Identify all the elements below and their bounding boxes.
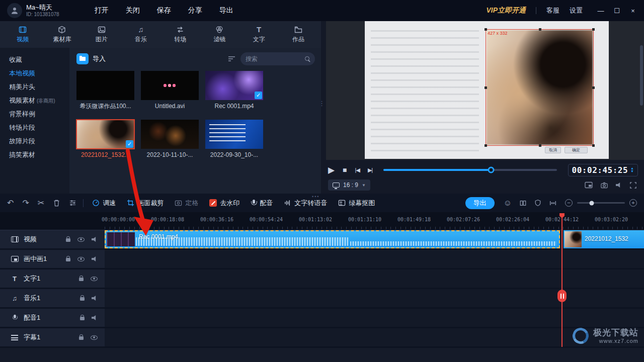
track-header-pip[interactable]: 画中画1 <box>0 250 105 268</box>
tab-works[interactable]: 作品 <box>279 21 318 48</box>
tab-video[interactable]: 视频 <box>3 21 42 48</box>
tool-speed[interactable]: 调速 <box>92 199 116 208</box>
aspect-ratio-dropdown[interactable]: 16 : 9 ▼ <box>328 179 370 191</box>
selection-handle[interactable] <box>592 144 595 147</box>
snapshot-camera-icon[interactable] <box>600 182 608 189</box>
menu-open[interactable]: 打开 <box>95 6 109 15</box>
preview-canvas[interactable]: 427 x 332 取消 确定 <box>365 21 609 159</box>
selection-handle[interactable] <box>539 144 541 147</box>
sidebar-item-local-videos[interactable]: 本地视频 <box>0 66 69 80</box>
tool-dubbing[interactable]: 配音 <box>251 199 273 208</box>
timeline-ruler[interactable]: 00:00:00:00 00:00:18:08 00:00:36:16 00:0… <box>0 212 644 230</box>
sidebar-item-funny[interactable]: 搞笑素材 <box>0 148 69 161</box>
lock-icon[interactable] <box>79 278 84 281</box>
close-button[interactable]: × <box>629 7 637 15</box>
selection-handle[interactable] <box>592 28 595 31</box>
visibility-eye-icon[interactable] <box>91 335 98 340</box>
sidebar-item-glitch[interactable]: 故障片段 <box>0 134 69 148</box>
zoom-slider[interactable] <box>577 202 625 204</box>
timecode-box[interactable]: 00:02:45:25 ▲ ▼ <box>568 164 638 176</box>
tab-image[interactable]: 图片 <box>82 21 121 48</box>
search-icon[interactable] <box>305 56 310 61</box>
media-item-xiwo[interactable]: 希沃微课作品100... <box>76 71 134 110</box>
sidebar-item-backgrounds[interactable]: 背景样例 <box>0 107 69 121</box>
track-header-text[interactable]: T 文字1 <box>0 269 105 288</box>
lock-icon[interactable] <box>80 317 85 320</box>
tool-remove-watermark[interactable]: 去水印 <box>209 199 239 208</box>
vip-upgrade-button[interactable]: VIP立即开通 <box>486 6 526 15</box>
zoom-slider-knob[interactable] <box>589 201 594 205</box>
play-button[interactable]: ▶ <box>328 166 335 174</box>
menu-share[interactable]: 分享 <box>188 6 202 15</box>
zoom-out-button[interactable]: − <box>565 199 573 207</box>
selection-handle[interactable] <box>592 86 595 89</box>
mute-speaker-icon[interactable] <box>616 183 622 188</box>
selection-handle[interactable] <box>485 144 487 147</box>
search-input[interactable] <box>246 55 302 62</box>
import-button[interactable]: 导入 <box>76 53 106 64</box>
export-button[interactable]: 导出 <box>465 197 495 209</box>
media-item-20220930[interactable]: 2022-09-30_10-... <box>205 120 263 158</box>
sort-icon[interactable] <box>228 56 235 62</box>
zoom-in-button[interactable]: + <box>629 199 637 207</box>
panel-splitter-vertical-handle[interactable]: ⋮ <box>318 100 325 107</box>
media-item-20221011[interactable]: 2022-10-11-10-... <box>141 120 199 158</box>
tab-transition[interactable]: 转场 <box>160 21 200 48</box>
speaker-icon[interactable] <box>92 296 98 301</box>
selection-handle[interactable] <box>485 28 487 31</box>
menu-export[interactable]: 导出 <box>219 6 233 15</box>
split-scissors-icon[interactable]: ✂ <box>38 199 44 207</box>
selection-handle[interactable] <box>539 28 541 31</box>
delete-trash-icon[interactable] <box>53 199 60 207</box>
timeline-clip-rec0001[interactable]: Rec 0001.mp4 <box>105 230 560 248</box>
crop-selection[interactable]: 427 x 332 <box>486 29 594 146</box>
seek-slider-knob[interactable] <box>488 167 494 173</box>
undo-icon[interactable]: ↶ <box>7 199 14 207</box>
search-box[interactable] <box>240 52 315 65</box>
playhead-handle[interactable] <box>557 290 567 302</box>
tool-green-screen[interactable]: 绿幕抠图 <box>338 199 375 208</box>
fullscreen-icon[interactable] <box>629 182 637 189</box>
panel-splitter-handle[interactable]: ••• <box>312 194 319 199</box>
speaker-icon[interactable] <box>92 237 98 242</box>
visibility-eye-icon[interactable] <box>91 277 98 281</box>
playhead[interactable] <box>558 213 566 348</box>
timecode-spinner[interactable]: ▲ ▼ <box>630 167 634 173</box>
tool-text-to-speech[interactable]: 文字转语音 <box>284 199 327 208</box>
track-header-video[interactable]: 视频 <box>0 230 105 248</box>
speaker-icon[interactable] <box>92 256 98 262</box>
user-avatar[interactable] <box>7 3 22 18</box>
sidebar-item-video-assets[interactable]: 视频素材(非商用) <box>0 94 69 107</box>
previous-frame-button[interactable]: |◀ <box>355 167 360 173</box>
sidebar-item-transitions[interactable]: 转场片段 <box>0 121 69 134</box>
pip-overlay-icon[interactable] <box>585 182 593 189</box>
track-manager-icon[interactable] <box>69 199 76 207</box>
fit-timeline-icon[interactable] <box>549 200 557 207</box>
media-item-20221012[interactable]: ✓ 20221012_1532... <box>76 120 134 158</box>
track-header-voiceover[interactable]: 配音1 <box>0 309 105 327</box>
settings-button[interactable]: 设置 <box>570 6 583 15</box>
timeline-clip-20221012[interactable]: 20221012_1532 <box>564 230 644 248</box>
media-item-untitled[interactable]: Untitled.avi <box>141 71 199 110</box>
next-frame-button[interactable]: ▶| <box>368 167 372 173</box>
sticker-emoji-icon[interactable]: ☺ <box>504 199 512 207</box>
shield-icon[interactable] <box>534 199 541 207</box>
tool-freeze-frame[interactable]: 定格 <box>175 199 198 208</box>
lock-icon[interactable] <box>80 297 85 301</box>
menu-close[interactable]: 关闭 <box>126 6 140 15</box>
tab-filter[interactable]: 滤镜 <box>200 21 239 48</box>
sidebar-item-favorites[interactable]: 收藏 <box>0 53 69 66</box>
media-item-rec0001[interactable]: ✓ Rec 0001.mp4 <box>205 71 263 110</box>
visibility-eye-icon[interactable] <box>77 257 85 261</box>
speaker-icon[interactable] <box>92 315 98 321</box>
tab-text[interactable]: T 文字 <box>239 21 279 48</box>
tab-material-library[interactable]: 素材库 <box>42 21 82 48</box>
lock-icon[interactable] <box>79 336 84 340</box>
selection-handle[interactable] <box>485 86 487 89</box>
sidebar-item-intros[interactable]: 精美片头 <box>0 80 69 94</box>
user-info[interactable]: Ma~晴天 ID: 101381078 <box>26 4 59 17</box>
lock-icon[interactable] <box>66 258 70 261</box>
redo-icon[interactable]: ↷ <box>22 199 29 207</box>
tab-music[interactable]: ♫ 音乐 <box>121 21 160 48</box>
track-header-music[interactable]: ♫ 音乐1 <box>0 289 105 307</box>
